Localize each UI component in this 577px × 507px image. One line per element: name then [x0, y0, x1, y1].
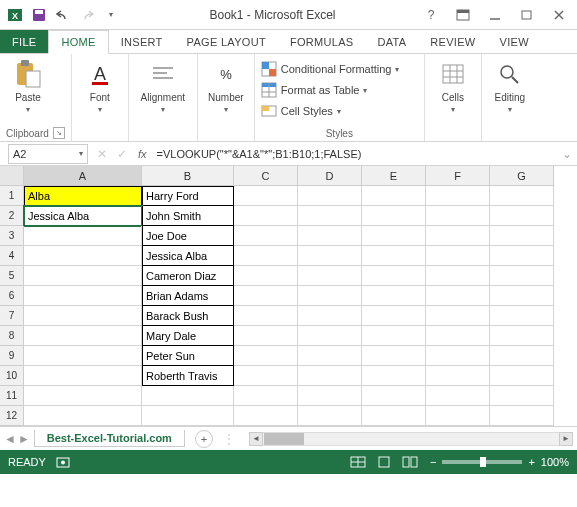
dialog-launcher-icon[interactable]: ↘ [53, 127, 65, 139]
cell[interactable] [362, 226, 426, 246]
cell[interactable] [490, 186, 554, 206]
editing-button[interactable]: Editing ▾ [488, 56, 532, 116]
cell[interactable] [142, 406, 234, 426]
cell[interactable] [490, 206, 554, 226]
tab-formulas[interactable]: FORMULAS [278, 30, 366, 53]
cell[interactable] [490, 366, 554, 386]
cell[interactable] [234, 246, 298, 266]
cell[interactable]: Jessica Alba [24, 206, 142, 226]
cell[interactable] [426, 346, 490, 366]
cell[interactable] [298, 206, 362, 226]
cell[interactable] [24, 386, 142, 406]
worksheet-grid[interactable]: A B C D E F G 1AlbaHarry Ford2Jessica Al… [0, 166, 577, 426]
cell[interactable] [426, 366, 490, 386]
cell[interactable] [490, 406, 554, 426]
cell[interactable] [362, 206, 426, 226]
cell[interactable] [362, 366, 426, 386]
cell[interactable]: Peter Sun [142, 346, 234, 366]
cell[interactable] [24, 286, 142, 306]
tab-review[interactable]: REVIEW [418, 30, 487, 53]
cell[interactable] [298, 366, 362, 386]
col-header-g[interactable]: G [490, 166, 554, 186]
col-header-d[interactable]: D [298, 166, 362, 186]
page-layout-view-icon[interactable] [374, 454, 394, 470]
cell[interactable]: Joe Doe [142, 226, 234, 246]
cell[interactable] [362, 186, 426, 206]
cell[interactable] [426, 386, 490, 406]
cell[interactable] [362, 306, 426, 326]
number-button[interactable]: % Number ▾ [204, 56, 248, 116]
cell[interactable] [490, 226, 554, 246]
cell[interactable] [362, 346, 426, 366]
conditional-formatting-button[interactable]: Conditional Formatting ▾ [261, 60, 400, 78]
cancel-formula-icon[interactable]: ✕ [92, 144, 112, 164]
excel-icon[interactable]: X [6, 6, 24, 24]
cell[interactable] [24, 346, 142, 366]
cell[interactable]: Jessica Alba [142, 246, 234, 266]
cell[interactable] [362, 266, 426, 286]
cell[interactable] [426, 226, 490, 246]
cell[interactable] [234, 406, 298, 426]
normal-view-icon[interactable] [348, 454, 368, 470]
cell[interactable] [298, 346, 362, 366]
col-header-a[interactable]: A [24, 166, 142, 186]
cell[interactable] [298, 306, 362, 326]
ribbon-display-icon[interactable] [451, 5, 475, 25]
enter-formula-icon[interactable]: ✓ [112, 144, 132, 164]
sheet-tab[interactable]: Best-Excel-Tutorial.com [34, 430, 185, 447]
cell[interactable] [490, 266, 554, 286]
name-box[interactable]: A2 ▾ [8, 144, 88, 164]
row-header[interactable]: 9 [0, 346, 24, 366]
cell[interactable] [24, 266, 142, 286]
cell[interactable] [362, 286, 426, 306]
row-header[interactable]: 1 [0, 186, 24, 206]
cell[interactable] [234, 366, 298, 386]
cell[interactable] [142, 386, 234, 406]
tab-view[interactable]: VIEW [488, 30, 541, 53]
zoom-out-button[interactable]: − [430, 456, 436, 468]
cell[interactable] [490, 246, 554, 266]
alignment-button[interactable]: Alignment ▾ [135, 56, 191, 116]
cells-button[interactable]: Cells ▾ [431, 56, 475, 116]
col-header-f[interactable]: F [426, 166, 490, 186]
zoom-slider-track[interactable] [442, 460, 522, 464]
maximize-icon[interactable] [515, 5, 539, 25]
cell[interactable] [298, 386, 362, 406]
tab-data[interactable]: DATA [365, 30, 418, 53]
row-header[interactable]: 8 [0, 326, 24, 346]
cell[interactable] [234, 286, 298, 306]
new-sheet-button[interactable]: + [195, 430, 213, 448]
cell[interactable]: John Smith [142, 206, 234, 226]
tab-home[interactable]: HOME [48, 30, 108, 54]
cell[interactable] [234, 186, 298, 206]
macro-record-icon[interactable] [56, 455, 70, 469]
cell[interactable] [234, 346, 298, 366]
format-as-table-button[interactable]: Format as Table ▾ [261, 81, 368, 99]
cell[interactable] [234, 266, 298, 286]
zoom-in-button[interactable]: + [528, 456, 534, 468]
cell[interactable] [426, 206, 490, 226]
row-header[interactable]: 10 [0, 366, 24, 386]
expand-formula-icon[interactable]: ⌄ [557, 144, 577, 164]
col-header-b[interactable]: B [142, 166, 234, 186]
tab-page-layout[interactable]: PAGE LAYOUT [175, 30, 278, 53]
next-sheet-icon[interactable]: ► [18, 432, 30, 446]
cell[interactable] [298, 286, 362, 306]
cell[interactable] [234, 326, 298, 346]
help-icon[interactable]: ? [419, 5, 443, 25]
row-header[interactable]: 12 [0, 406, 24, 426]
cell[interactable]: Brian Adams [142, 286, 234, 306]
cell[interactable]: Alba [24, 186, 142, 206]
scroll-left-icon[interactable]: ◄ [249, 432, 263, 446]
sheet-nav[interactable]: ◄ ► [4, 432, 30, 446]
fx-icon[interactable]: fx [132, 148, 153, 160]
cell[interactable] [298, 186, 362, 206]
row-header[interactable]: 11 [0, 386, 24, 406]
qat-customize-icon[interactable]: ▾ [102, 6, 120, 24]
row-header[interactable]: 3 [0, 226, 24, 246]
paste-button[interactable]: Paste ▾ [6, 56, 50, 116]
cell[interactable] [298, 406, 362, 426]
cell[interactable] [298, 246, 362, 266]
row-header[interactable]: 2 [0, 206, 24, 226]
page-break-view-icon[interactable] [400, 454, 420, 470]
